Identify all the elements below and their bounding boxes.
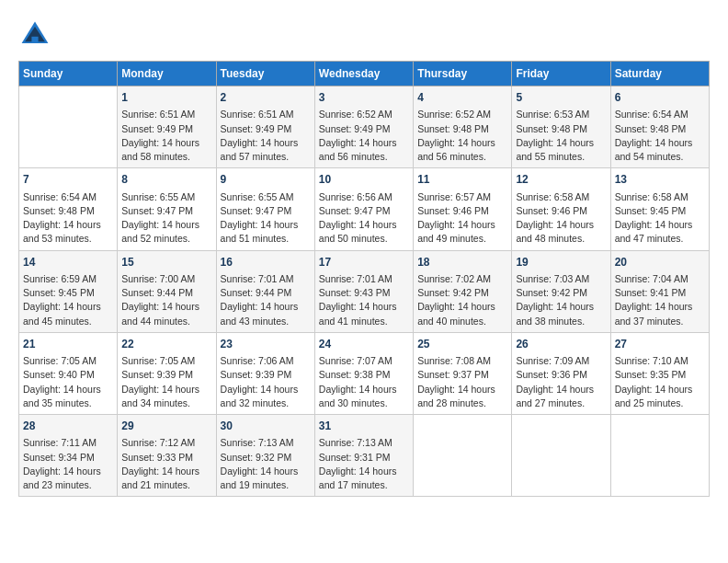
day-info: Sunrise: 7:04 AMSunset: 9:41 PMDaylight:…	[615, 272, 705, 328]
calendar-day-cell	[512, 415, 610, 497]
calendar-week-row: 1Sunrise: 6:51 AMSunset: 9:49 PMDaylight…	[19, 86, 710, 168]
day-number: 10	[319, 172, 409, 188]
day-number: 7	[23, 172, 113, 188]
calendar-table: SundayMondayTuesdayWednesdayThursdayFrid…	[18, 61, 710, 497]
day-number: 23	[221, 337, 311, 352]
calendar-day-cell: 19Sunrise: 7:03 AMSunset: 9:42 PMDayligh…	[512, 250, 610, 332]
day-info: Sunrise: 6:54 AMSunset: 9:48 PMDaylight:…	[615, 108, 705, 164]
calendar-week-row: 28Sunrise: 7:11 AMSunset: 9:34 PMDayligh…	[19, 415, 710, 497]
day-number: 3	[319, 90, 409, 106]
calendar-day-cell: 13Sunrise: 6:58 AMSunset: 9:45 PMDayligh…	[610, 168, 709, 250]
calendar-body: 1Sunrise: 6:51 AMSunset: 9:49 PMDaylight…	[19, 86, 710, 497]
calendar-day-cell: 17Sunrise: 7:01 AMSunset: 9:43 PMDayligh…	[314, 250, 413, 332]
day-info: Sunrise: 6:57 AMSunset: 9:46 PMDaylight:…	[417, 190, 507, 247]
day-number: 21	[23, 337, 113, 352]
calendar-day-cell: 24Sunrise: 7:07 AMSunset: 9:38 PMDayligh…	[314, 332, 413, 414]
day-number: 13	[615, 172, 705, 188]
calendar-day-cell: 6Sunrise: 6:54 AMSunset: 9:48 PMDaylight…	[610, 86, 709, 168]
day-info: Sunrise: 6:55 AMSunset: 9:47 PMDaylight:…	[121, 190, 211, 247]
day-number: 29	[121, 419, 211, 434]
day-info: Sunrise: 6:52 AMSunset: 9:49 PMDaylight:…	[319, 108, 409, 164]
day-number: 17	[319, 255, 409, 270]
day-info: Sunrise: 7:02 AMSunset: 9:42 PMDaylight:…	[417, 272, 507, 328]
day-number: 4	[417, 90, 507, 106]
day-info: Sunrise: 7:03 AMSunset: 9:42 PMDaylight:…	[516, 272, 606, 328]
day-info: Sunrise: 7:11 AMSunset: 9:34 PMDaylight:…	[23, 436, 113, 492]
day-number: 9	[221, 172, 311, 188]
calendar-day-cell: 22Sunrise: 7:05 AMSunset: 9:39 PMDayligh…	[118, 332, 216, 414]
day-info: Sunrise: 7:13 AMSunset: 9:32 PMDaylight:…	[221, 436, 311, 492]
day-info: Sunrise: 7:01 AMSunset: 9:43 PMDaylight:…	[319, 272, 409, 328]
day-info: Sunrise: 7:08 AMSunset: 9:37 PMDaylight:…	[417, 354, 507, 410]
day-number: 26	[516, 337, 606, 352]
day-number: 16	[221, 255, 311, 270]
day-number: 31	[319, 419, 409, 434]
calendar-day-cell: 23Sunrise: 7:06 AMSunset: 9:39 PMDayligh…	[216, 332, 314, 414]
calendar-day-cell: 21Sunrise: 7:05 AMSunset: 9:40 PMDayligh…	[19, 332, 118, 414]
day-number: 22	[121, 337, 211, 352]
day-number: 27	[615, 337, 705, 352]
day-number: 6	[615, 90, 705, 106]
logo-icon	[18, 18, 51, 52]
calendar-day-cell: 25Sunrise: 7:08 AMSunset: 9:37 PMDayligh…	[414, 332, 512, 414]
calendar-day-cell: 11Sunrise: 6:57 AMSunset: 9:46 PMDayligh…	[414, 168, 512, 250]
calendar-day-cell	[19, 86, 118, 168]
day-number: 15	[121, 255, 211, 270]
day-info: Sunrise: 7:06 AMSunset: 9:39 PMDaylight:…	[221, 354, 311, 410]
day-info: Sunrise: 7:05 AMSunset: 9:39 PMDaylight:…	[121, 354, 211, 410]
calendar-day-cell: 27Sunrise: 7:10 AMSunset: 9:35 PMDayligh…	[610, 332, 709, 414]
day-number: 18	[417, 255, 507, 270]
day-info: Sunrise: 7:13 AMSunset: 9:31 PMDaylight:…	[319, 436, 409, 492]
calendar-day-cell: 16Sunrise: 7:01 AMSunset: 9:44 PMDayligh…	[216, 250, 314, 332]
page-header	[18, 18, 710, 52]
day-info: Sunrise: 7:00 AMSunset: 9:44 PMDaylight:…	[121, 272, 211, 328]
weekday-header: Wednesday	[314, 62, 413, 86]
weekday-header: Monday	[118, 62, 216, 86]
weekday-header: Friday	[512, 62, 610, 86]
calendar-day-cell: 4Sunrise: 6:52 AMSunset: 9:48 PMDaylight…	[414, 86, 512, 168]
calendar-day-cell: 8Sunrise: 6:55 AMSunset: 9:47 PMDaylight…	[118, 168, 216, 250]
calendar-day-cell: 29Sunrise: 7:12 AMSunset: 9:33 PMDayligh…	[118, 415, 216, 497]
calendar-day-cell: 26Sunrise: 7:09 AMSunset: 9:36 PMDayligh…	[512, 332, 610, 414]
weekday-header: Thursday	[414, 62, 512, 86]
day-info: Sunrise: 7:12 AMSunset: 9:33 PMDaylight:…	[121, 436, 211, 492]
calendar-day-cell: 10Sunrise: 6:56 AMSunset: 9:47 PMDayligh…	[314, 168, 413, 250]
day-info: Sunrise: 6:52 AMSunset: 9:48 PMDaylight:…	[417, 108, 507, 164]
day-info: Sunrise: 6:58 AMSunset: 9:46 PMDaylight:…	[516, 190, 606, 247]
day-number: 19	[516, 255, 606, 270]
day-number: 1	[121, 90, 211, 106]
calendar-day-cell: 20Sunrise: 7:04 AMSunset: 9:41 PMDayligh…	[610, 250, 709, 332]
calendar-day-cell: 9Sunrise: 6:55 AMSunset: 9:47 PMDaylight…	[216, 168, 314, 250]
calendar-day-cell	[610, 415, 709, 497]
day-info: Sunrise: 7:07 AMSunset: 9:38 PMDaylight:…	[319, 354, 409, 410]
calendar-day-cell	[414, 415, 512, 497]
day-info: Sunrise: 6:54 AMSunset: 9:48 PMDaylight:…	[23, 190, 113, 247]
calendar-week-row: 14Sunrise: 6:59 AMSunset: 9:45 PMDayligh…	[19, 250, 710, 332]
calendar-day-cell: 31Sunrise: 7:13 AMSunset: 9:31 PMDayligh…	[314, 415, 413, 497]
day-number: 28	[23, 419, 113, 434]
day-info: Sunrise: 6:55 AMSunset: 9:47 PMDaylight:…	[221, 190, 311, 247]
calendar-day-cell: 28Sunrise: 7:11 AMSunset: 9:34 PMDayligh…	[19, 415, 118, 497]
day-number: 20	[615, 255, 705, 270]
day-info: Sunrise: 6:56 AMSunset: 9:47 PMDaylight:…	[319, 190, 409, 247]
weekday-header: Saturday	[610, 62, 709, 86]
calendar-day-cell: 2Sunrise: 6:51 AMSunset: 9:49 PMDaylight…	[216, 86, 314, 168]
day-number: 12	[516, 172, 606, 188]
day-info: Sunrise: 7:09 AMSunset: 9:36 PMDaylight:…	[516, 354, 606, 410]
day-info: Sunrise: 7:10 AMSunset: 9:35 PMDaylight:…	[615, 354, 705, 410]
weekday-header: Sunday	[19, 62, 118, 86]
calendar-week-row: 21Sunrise: 7:05 AMSunset: 9:40 PMDayligh…	[19, 332, 710, 414]
day-number: 2	[221, 90, 311, 106]
calendar-day-cell: 1Sunrise: 6:51 AMSunset: 9:49 PMDaylight…	[118, 86, 216, 168]
calendar-day-cell: 12Sunrise: 6:58 AMSunset: 9:46 PMDayligh…	[512, 168, 610, 250]
day-info: Sunrise: 6:51 AMSunset: 9:49 PMDaylight:…	[221, 108, 311, 164]
calendar-day-cell: 7Sunrise: 6:54 AMSunset: 9:48 PMDaylight…	[19, 168, 118, 250]
logo	[18, 18, 55, 52]
day-number: 5	[516, 90, 606, 106]
day-number: 24	[319, 337, 409, 352]
day-info: Sunrise: 6:51 AMSunset: 9:49 PMDaylight:…	[121, 108, 211, 164]
day-number: 14	[23, 255, 113, 270]
calendar-day-cell: 5Sunrise: 6:53 AMSunset: 9:48 PMDaylight…	[512, 86, 610, 168]
calendar-day-cell: 15Sunrise: 7:00 AMSunset: 9:44 PMDayligh…	[118, 250, 216, 332]
day-number: 25	[417, 337, 507, 352]
